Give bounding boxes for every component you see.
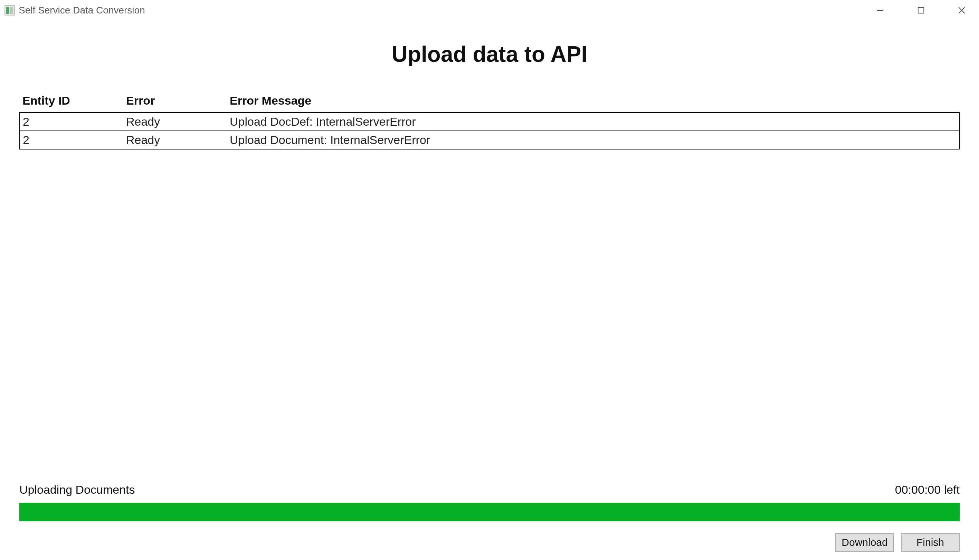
cell-error-message: Upload Document: InternalServerError [227,131,959,149]
window-controls [875,5,975,15]
svg-rect-1 [6,7,9,14]
cell-error: Ready [123,131,227,149]
maximize-button[interactable] [916,5,926,15]
cell-error-message: Upload DocDef: InternalServerError [227,113,959,131]
download-button[interactable]: Download [835,533,894,552]
close-button[interactable] [957,5,967,15]
col-header-entity-id: Entity ID [20,91,123,113]
footer-area: Uploading Documents 00:00:00 left Downlo… [19,483,960,560]
table-row[interactable]: 2 Ready Upload DocDef: InternalServerErr… [20,113,959,131]
error-table-wrapper: Entity ID Error Error Message 2 Ready Up… [19,91,960,150]
titlebar: Self Service Data Conversion [0,0,979,21]
svg-rect-4 [918,8,924,13]
col-header-error-message: Error Message [227,91,959,113]
cell-entity-id: 2 [20,113,123,131]
buttons-row: Download Finish [19,533,960,552]
error-table: Entity ID Error Error Message 2 Ready Up… [19,91,960,150]
minimize-button[interactable] [875,5,885,15]
finish-button[interactable]: Finish [901,533,960,552]
page-title: Upload data to API [19,42,960,67]
status-row: Uploading Documents 00:00:00 left [19,483,960,497]
svg-rect-2 [10,7,13,14]
progress-bar [19,503,960,521]
cell-error: Ready [123,113,227,131]
window-title: Self Service Data Conversion [18,5,145,16]
status-text: Uploading Documents [19,483,135,497]
cell-entity-id: 2 [20,131,123,149]
table-row[interactable]: 2 Ready Upload Document: InternalServerE… [20,131,959,149]
app-icon [4,5,15,16]
time-left: 00:00:00 left [895,483,960,497]
col-header-error: Error [123,91,227,113]
content-area: Upload data to API Entity ID Error Error… [0,21,979,560]
